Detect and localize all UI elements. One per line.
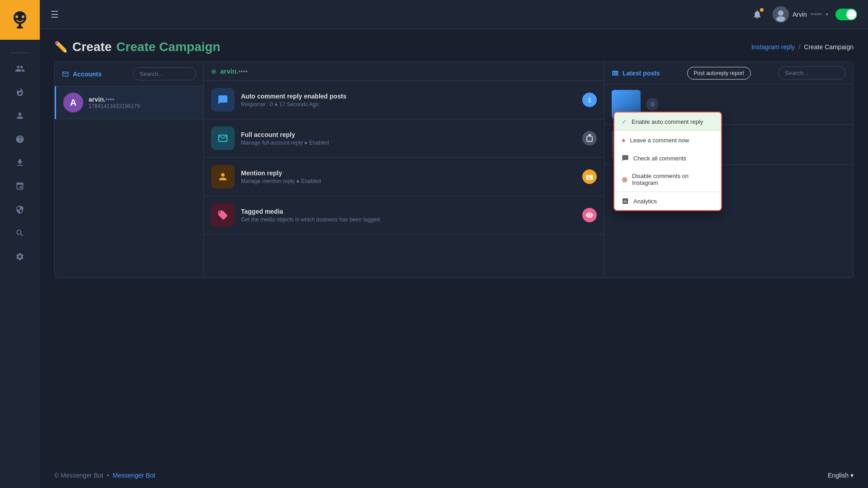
notification-button[interactable]	[749, 6, 765, 23]
title-create: Create	[72, 40, 112, 54]
menu-item-enable-auto[interactable]: ✓ Enable auto comment reply	[614, 113, 721, 131]
circle-icon: ●	[622, 136, 625, 144]
lang-chevron-icon: ▾	[850, 472, 854, 479]
feature-desc-full-account: Manage full account reply ● Enabled	[241, 140, 576, 146]
accounts-title: Accounts	[62, 70, 102, 78]
latest-posts-search-input[interactable]	[778, 66, 846, 80]
latest-posts-header: Latest posts Post autoreply report	[604, 62, 853, 84]
feature-icon-mention	[211, 165, 235, 188]
menu-item-analytics[interactable]: Analytics	[614, 192, 721, 210]
instagram-icon: ⊕	[211, 68, 217, 75]
breadcrumb-separator: /	[798, 43, 800, 51]
menu-item-leave-comment[interactable]: ● Leave a comment now	[614, 131, 721, 149]
account-item[interactable]: A arvin.•••• 17841413433196179	[55, 86, 203, 119]
sidebar-icon-search[interactable]	[10, 223, 30, 243]
main-panel-content: Accounts A arvin.•••• 17841413433196179 …	[40, 61, 868, 463]
feature-desc-tagged: Get the media objects in which business …	[241, 216, 576, 223]
sidebar-logo	[0, 0, 40, 40]
menu-label-enable-auto: Enable auto comment reply	[632, 118, 703, 125]
breadcrumb-parent-link[interactable]: Instagram reply	[751, 43, 795, 51]
menu-item-check-comments[interactable]: Check all comments	[614, 149, 721, 167]
sidebar-icon-flow[interactable]	[10, 176, 30, 196]
breadcrumb: Instagram reply / Create Campaign	[751, 43, 854, 51]
latest-posts-label: Latest posts	[623, 70, 660, 77]
menu-label-check-comments: Check all comments	[633, 155, 686, 162]
notification-dot	[760, 8, 764, 12]
page-title: ✏️ Create Create Campaign	[54, 40, 220, 54]
account-handle: arvin.••••	[220, 67, 248, 75]
language-label: English	[828, 472, 849, 479]
pencil-icon: ✏️	[54, 41, 68, 53]
toggle-circle	[846, 9, 856, 19]
feature-icon-full-account	[211, 127, 235, 150]
post-report-button[interactable]: Post autoreply report	[687, 67, 751, 80]
feature-badge-mention	[582, 169, 597, 184]
account-info: arvin.•••• 17841413433196179	[89, 96, 140, 109]
post-item-1[interactable]: ⚙ ✓ Enable auto comment reply ● Leave a …	[604, 84, 853, 125]
user-avatar	[773, 6, 789, 23]
sidebar-icon-users[interactable]	[10, 59, 30, 79]
three-column-panel: Accounts A arvin.•••• 17841413433196179 …	[54, 61, 854, 278]
accounts-search-input[interactable]	[133, 67, 196, 80]
footer-link[interactable]: Messenger Bot	[113, 472, 155, 479]
feature-name-mention: Mention reply	[241, 169, 576, 177]
feature-mention-reply[interactable]: Mention reply Manage mention reply ● Ena…	[204, 158, 604, 196]
user-name: Arvin	[793, 11, 807, 18]
footer-separator: •	[107, 472, 109, 479]
feature-full-account[interactable]: Full account reply Manage full account r…	[204, 119, 604, 158]
user-name-hidden: ••••••	[811, 11, 822, 18]
feature-desc-mention: Manage mention reply ● Enabled	[241, 178, 576, 184]
footer-copyright: © Messenger Bot	[54, 472, 103, 479]
footer-left: © Messenger Bot • Messenger Bot	[54, 472, 155, 479]
feature-auto-comment[interactable]: Auto comment reply enabled posts Respons…	[204, 81, 604, 119]
topbar: ☰ Arvin •••••• ▾	[40, 0, 868, 29]
feature-info-full-account: Full account reply Manage full account r…	[241, 131, 576, 146]
analytics-icon	[622, 197, 629, 205]
hamburger-menu[interactable]: ☰	[51, 9, 59, 20]
title-campaign: Create Campaign	[116, 40, 220, 54]
sidebar-icon-shield[interactable]	[10, 200, 30, 220]
feature-desc-auto-comment: Response : 0 ● 17 Seconds Ago	[241, 101, 576, 108]
user-profile[interactable]: Arvin •••••• ▾	[773, 6, 828, 23]
sidebar-icon-support[interactable]	[10, 129, 30, 149]
sidebar-icon-download[interactable]	[10, 153, 30, 173]
footer: © Messenger Bot • Messenger Bot English …	[40, 463, 868, 488]
sidebar	[0, 0, 40, 488]
footer-right: English ▾	[828, 472, 854, 479]
post-gear-icon-1[interactable]: ⚙	[646, 98, 659, 111]
feature-info-mention: Mention reply Manage mention reply ● Ena…	[241, 169, 576, 184]
topbar-left: ☰	[51, 9, 59, 20]
feature-info-tagged: Tagged media Get the media objects in wh…	[241, 208, 576, 223]
features-header: ⊕ arvin.••••	[204, 62, 604, 81]
breadcrumb-current: Create Campaign	[804, 43, 854, 51]
comment-icon	[622, 155, 629, 162]
language-selector[interactable]: English ▾	[828, 472, 854, 479]
account-name: arvin.••••	[89, 96, 140, 103]
menu-label-leave-comment: Leave a comment now	[630, 137, 689, 144]
feature-name-auto-comment: Auto comment reply enabled posts	[241, 93, 576, 100]
feature-icon-comment	[211, 88, 235, 112]
context-menu: ✓ Enable auto comment reply ● Leave a co…	[613, 112, 722, 211]
svg-point-1	[15, 15, 18, 18]
svg-point-7	[776, 16, 785, 22]
feature-tagged-media[interactable]: Tagged media Get the media objects in wh…	[204, 196, 604, 235]
sidebar-icon-settings[interactable]	[10, 247, 30, 267]
features-column: ⊕ arvin.•••• Auto comment reply enabled …	[204, 62, 604, 278]
sidebar-icon-person[interactable]	[10, 106, 30, 126]
svg-rect-4	[17, 27, 23, 28]
block-icon: ⊗	[622, 175, 627, 184]
user-chevron-icon: ▾	[826, 11, 828, 18]
accounts-header: Accounts	[55, 62, 203, 86]
svg-point-2	[22, 15, 24, 18]
menu-label-analytics: Analytics	[633, 198, 657, 205]
feature-info-auto-comment: Auto comment reply enabled posts Respons…	[241, 93, 576, 108]
feature-icon-tagged	[211, 203, 235, 227]
feature-name-full-account: Full account reply	[241, 131, 576, 138]
feature-badge-tagged	[582, 208, 597, 222]
menu-label-disable-comments: Disable comments on Instagram	[632, 173, 714, 186]
dark-mode-toggle[interactable]	[835, 9, 857, 20]
accounts-column: Accounts A arvin.•••• 17841413433196179	[55, 62, 204, 278]
account-id: 17841413433196179	[89, 103, 140, 109]
menu-item-disable-comments[interactable]: ⊗ Disable comments on Instagram	[614, 167, 721, 192]
sidebar-icon-fire[interactable]	[10, 82, 30, 102]
